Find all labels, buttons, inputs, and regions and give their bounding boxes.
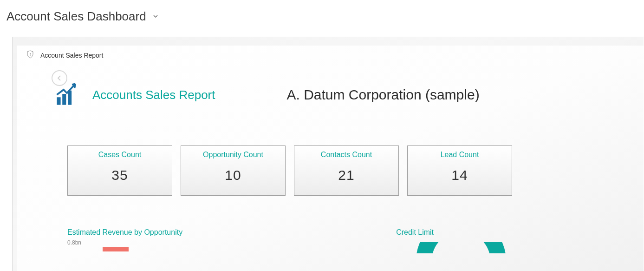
card-label: Contacts Count <box>321 151 372 159</box>
card-value: 35 <box>111 167 128 183</box>
card-contacts-count[interactable]: Contacts Count 21 <box>294 145 399 196</box>
bar-chart-preview <box>103 247 182 251</box>
breadcrumb-label: Account Sales Report <box>40 52 103 59</box>
chart-credit-limit[interactable]: Credit Limit <box>396 228 507 253</box>
charts-row: Estimated Revenue by Opportunity 0.8bn C… <box>67 228 634 253</box>
account-name: A. Datum Corporation (sample) <box>286 87 479 103</box>
card-label: Opportunity Count <box>203 151 263 159</box>
breadcrumb: Account Sales Report <box>26 50 634 63</box>
svg-rect-1 <box>30 54 31 56</box>
page-header: Account Sales Dashboard <box>0 0 644 28</box>
card-opportunity-count[interactable]: Opportunity Count 10 <box>181 145 286 196</box>
chart-title: Estimated Revenue by Opportunity <box>67 228 182 237</box>
back-button[interactable] <box>52 70 67 86</box>
svg-point-0 <box>30 53 31 54</box>
card-label: Lead Count <box>441 151 479 159</box>
svg-rect-2 <box>57 97 60 105</box>
chart-title: Credit Limit <box>396 228 507 237</box>
card-cases-count[interactable]: Cases Count 35 <box>67 145 172 196</box>
bar-segment <box>103 247 129 251</box>
card-label: Cases Count <box>98 151 142 159</box>
donut-chart-preview <box>415 242 507 253</box>
report-area: Account Sales Report Accounts Sales Repo… <box>17 46 644 271</box>
card-value: 14 <box>451 167 468 183</box>
kpi-cards: Cases Count 35 Opportunity Count 10 Cont… <box>67 145 634 196</box>
card-value: 10 <box>225 167 241 183</box>
card-value: 21 <box>338 167 354 183</box>
chevron-down-icon[interactable] <box>153 13 158 21</box>
axis-tick: 0.8bn <box>67 239 182 246</box>
card-lead-count[interactable]: Lead Count 14 <box>407 145 512 196</box>
shield-icon <box>26 50 34 60</box>
report-hero: Accounts Sales Report A. Datum Corporati… <box>54 80 634 109</box>
report-title: Accounts Sales Report <box>92 88 215 102</box>
page-title: Account Sales Dashboard <box>7 9 146 24</box>
dashboard-canvas: Account Sales Report Accounts Sales Repo… <box>12 37 644 271</box>
svg-rect-3 <box>62 94 66 105</box>
chart-estimated-revenue[interactable]: Estimated Revenue by Opportunity 0.8bn <box>67 228 182 253</box>
